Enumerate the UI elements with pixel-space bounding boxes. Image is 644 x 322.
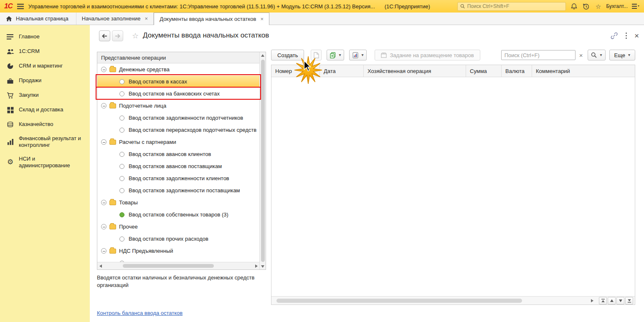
global-search-input[interactable] xyxy=(467,3,563,9)
sidebar-item-label: 1С:CRM xyxy=(19,48,40,55)
collapse-icon[interactable] xyxy=(101,139,106,145)
tree-horizontal-scrollbar[interactable] xyxy=(97,262,259,269)
global-search[interactable] xyxy=(457,2,566,11)
folder-icon xyxy=(109,200,116,205)
folder-icon xyxy=(109,224,116,229)
list-search-input[interactable] xyxy=(505,52,572,58)
main-area: ☆ Документы ввода начальных остатков × П… xyxy=(90,25,644,322)
list-search-box[interactable] xyxy=(501,50,576,60)
tree-item-label: Ввод остатков авансов поставщикам xyxy=(129,163,222,169)
close-form-icon[interactable]: × xyxy=(634,32,639,40)
grid-column-header[interactable]: Сумма xyxy=(466,65,502,77)
go-to-first-icon[interactable] xyxy=(599,297,607,304)
page-down-icon[interactable] xyxy=(616,297,624,304)
tree-group-other[interactable]: Прочее xyxy=(97,221,259,233)
grid-column-header[interactable]: Хозяйственная операция xyxy=(364,65,466,77)
collapse-icon[interactable] xyxy=(101,200,106,205)
scrollbar-thumb[interactable] xyxy=(123,264,214,268)
tree-item-partial[interactable] xyxy=(97,257,259,262)
tree-item-cash-registers[interactable]: Ввод остатков в кассах xyxy=(97,75,259,88)
collapse-icon[interactable] xyxy=(101,248,106,254)
home-tab[interactable]: Начальная страница xyxy=(0,13,76,25)
notifications-bell-icon[interactable] xyxy=(570,2,578,10)
scrollbar-track[interactable] xyxy=(273,297,589,305)
functions-menu-icon[interactable] xyxy=(631,2,640,10)
tab-close-icon[interactable]: × xyxy=(260,16,264,22)
hamburger-menu-icon[interactable] xyxy=(16,2,25,10)
tree-item-accountable-debt[interactable]: Ввод остатков задолженности подотчетнико… xyxy=(97,112,259,124)
sidebar-item-treasury[interactable]: Казначейство xyxy=(0,117,90,132)
grid-column-header[interactable]: Валюта xyxy=(502,65,532,77)
forward-button[interactable] xyxy=(112,30,123,41)
collapse-icon[interactable] xyxy=(101,224,106,229)
report-chart-icon xyxy=(352,52,358,58)
grid-empty-body[interactable] xyxy=(271,77,635,296)
back-button[interactable] xyxy=(99,30,110,41)
scroll-left-icon[interactable] xyxy=(97,262,104,270)
folder-icon xyxy=(109,67,116,72)
sidebar-item-warehouse[interactable]: Склад и доставка xyxy=(0,103,90,117)
history-icon[interactable] xyxy=(582,2,590,10)
current-user[interactable]: Бухгалт... xyxy=(606,3,628,9)
balance-control-link[interactable]: Контроль баланса ввода остатков xyxy=(97,310,183,316)
sidebar-item-purchases[interactable]: Закупки xyxy=(0,88,90,103)
scrollbar-thumb[interactable] xyxy=(261,60,265,262)
tree-item-accountable-overspend[interactable]: Ввод остатков перерасходов подотчетных с… xyxy=(97,124,259,136)
tree-item-label: Ввод остатков на банковских счетах xyxy=(129,91,220,97)
sidebar-item-financial-result[interactable]: Финансовый результат и контроллинг xyxy=(0,132,90,152)
copy-create-button[interactable] xyxy=(311,50,322,60)
reports-dropdown[interactable]: ▾ xyxy=(349,50,367,60)
tree-item-label: Ввод остатков перерасходов подотчетных с… xyxy=(129,127,256,133)
tab-opening-balance-documents[interactable]: Документы ввода начальных остатков × xyxy=(154,13,269,25)
get-link-icon[interactable] xyxy=(610,32,618,40)
collapse-icon[interactable] xyxy=(101,67,106,72)
grid-horizontal-scrollbar[interactable] xyxy=(271,296,635,304)
page-up-icon[interactable] xyxy=(608,297,616,304)
scroll-up-icon[interactable] xyxy=(260,52,266,58)
scroll-down-icon[interactable] xyxy=(260,263,266,269)
search-options-dropdown[interactable]: ▾ xyxy=(588,50,605,60)
sidebar-item-crm-marketing[interactable]: CRM и маркетинг xyxy=(0,59,90,73)
tree-item-own-goods[interactable]: Ввод остатков собственных товаров (3) xyxy=(97,209,259,221)
clear-search-icon[interactable]: × xyxy=(578,52,584,58)
scroll-right-icon[interactable] xyxy=(589,297,596,304)
sidebar-item-administration[interactable]: ⚙ НСИ и администрирование xyxy=(0,152,90,173)
tree-group-partner-settlements[interactable]: Расчеты с партнерами xyxy=(97,136,259,148)
tree-item-client-debt[interactable]: Ввод остатков задолженности клиентов xyxy=(97,172,259,184)
go-to-last-icon[interactable] xyxy=(625,297,633,304)
tree-group-cash[interactable]: Денежные средства xyxy=(97,63,259,75)
shopping-cart-icon xyxy=(6,91,14,99)
more-button[interactable]: Еще ▾ xyxy=(609,50,635,60)
main-icon xyxy=(6,33,14,41)
tree-group-vat-presented[interactable]: НДС Предъявленный xyxy=(97,245,259,257)
sidebar-item-1c-crm[interactable]: 1С:CRM xyxy=(0,44,90,59)
grid-column-header[interactable]: Комментарий xyxy=(532,65,635,77)
scrollbar-thumb[interactable] xyxy=(276,299,522,303)
tree-vertical-scrollbar[interactable] xyxy=(259,52,266,269)
tree-item-supplier-advances[interactable]: Ввод остатков авансов поставщикам xyxy=(97,160,259,172)
sidebar-item-sales[interactable]: Продажи xyxy=(0,73,90,88)
collapse-icon[interactable] xyxy=(101,103,106,108)
grid-column-header[interactable]: Номер xyxy=(271,65,320,77)
create-button[interactable]: Создать xyxy=(271,50,304,60)
tree-item-supplier-debt[interactable]: Ввод остатков задолженности поставщикам xyxy=(97,184,259,196)
sidebar-item-main[interactable]: Главное xyxy=(0,30,90,44)
briefcase-icon xyxy=(6,77,14,85)
placement-task-button[interactable]: Задание на размещение товаров xyxy=(375,50,480,60)
caret-down-icon: ▾ xyxy=(361,53,363,57)
tree-item-bank-accounts[interactable]: Ввод остатков на банковских счетах xyxy=(97,88,259,100)
add-to-favorites-icon[interactable]: ☆ xyxy=(132,31,139,40)
tab-label: Документы ввода начальных остатков xyxy=(160,16,256,22)
tree-item-client-advances[interactable]: Ввод остатков авансов клиентов xyxy=(97,148,259,160)
tree-group-accountable-persons[interactable]: Подотчетные лица xyxy=(97,100,259,112)
tab-close-icon[interactable]: × xyxy=(145,16,148,21)
create-group-dropdown[interactable]: ▾ xyxy=(327,50,344,60)
tree-group-goods[interactable]: Товары xyxy=(97,196,259,209)
grid-column-header[interactable]: Дата xyxy=(320,65,364,77)
scroll-right-icon[interactable] xyxy=(253,262,259,270)
tree-column-header[interactable]: Представление операции xyxy=(97,52,259,63)
more-menu-kebab-icon[interactable] xyxy=(626,33,627,39)
favorites-star-icon[interactable]: ☆ xyxy=(594,2,602,10)
tree-item-other-expenses[interactable]: Ввод остатков прочих расходов xyxy=(97,233,259,245)
tab-initial-filling[interactable]: Начальное заполнение × xyxy=(76,13,154,25)
